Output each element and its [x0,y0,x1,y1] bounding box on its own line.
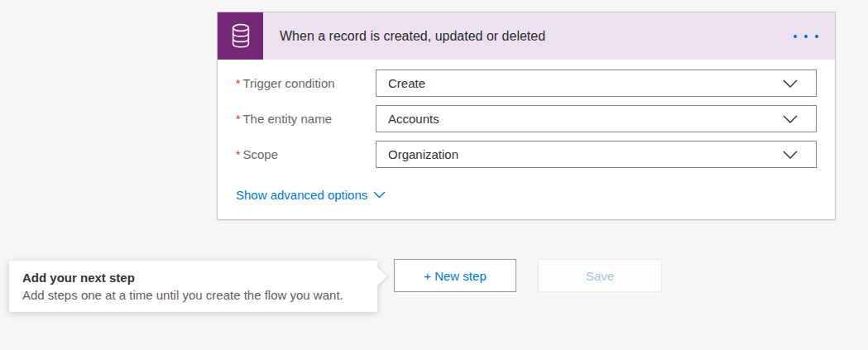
trigger-condition-dropdown[interactable]: Create [376,70,817,97]
chevron-down-icon [783,79,798,88]
field-row-entity-name: * The entity name Accounts [236,105,817,132]
show-advanced-options-link[interactable]: Show advanced options [236,188,386,202]
trigger-card-header[interactable]: When a record is created, updated or del… [218,12,835,60]
trigger-card-body: * Trigger condition Create * The entity … [218,60,835,219]
required-marker: * [236,113,240,126]
scope-value: Organization [376,147,783,161]
scope-dropdown[interactable]: Organization [376,141,817,168]
save-button[interactable]: Save [538,259,662,292]
trigger-condition-label: * Trigger condition [236,76,376,90]
trigger-card: When a record is created, updated or del… [217,12,836,220]
trigger-condition-value: Create [376,76,783,90]
field-row-trigger-condition: * Trigger condition Create [236,70,817,97]
ellipsis-menu-icon[interactable] [789,28,823,45]
callout-title: Add your next step [22,269,366,286]
chevron-down-icon [373,191,386,199]
field-row-scope: * Scope Organization [236,141,817,168]
callout-arrow [377,267,387,285]
database-icon [218,12,263,60]
flow-designer-canvas: When a record is created, updated or del… [0,0,868,350]
required-marker: * [236,148,240,161]
scope-label: * Scope [236,147,376,161]
chevron-down-icon [783,151,798,159]
callout-description: Add steps one at a time until you create… [22,286,366,304]
required-marker: * [236,77,240,90]
trigger-card-title: When a record is created, updated or del… [263,29,789,44]
next-step-callout: Add your next step Add steps one at a ti… [9,261,377,312]
entity-name-dropdown[interactable]: Accounts [376,105,817,132]
entity-name-label: * The entity name [236,112,376,126]
chevron-down-icon [783,115,798,123]
entity-name-value: Accounts [376,112,783,126]
new-step-button[interactable]: + New step [394,259,516,292]
